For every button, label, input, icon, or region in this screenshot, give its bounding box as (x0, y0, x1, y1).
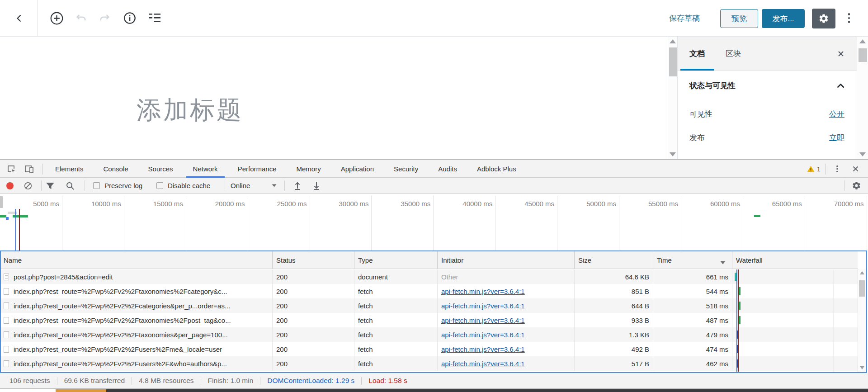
table-rows: post.php?post=2845&action=edit200documen… (0, 269, 858, 371)
clear-button[interactable] (24, 178, 32, 194)
sidebar-tab-区块[interactable]: 区块 (717, 37, 750, 71)
add-block-button[interactable] (47, 8, 66, 28)
cell-name[interactable]: index.php?rest_route=%2Fwp%2Fv2%2Fusers%… (0, 342, 272, 356)
overview-gridline (805, 196, 805, 250)
scroll-down-icon[interactable] (859, 152, 866, 156)
table-scrollbar[interactable] (858, 269, 866, 372)
network-overview[interactable]: 5000 ms10000 ms15000 ms20000 ms25000 ms3… (0, 194, 868, 250)
devtools-tab-adblock-plus[interactable]: Adblock Plus (467, 160, 526, 178)
request-row[interactable]: post.php?post=2845&action=edit200documen… (0, 269, 858, 284)
request-row[interactable]: index.php?rest_route=%2Fwp%2Fv2%2Ftaxono… (0, 284, 858, 298)
cell-initiator[interactable]: api-fetch.min.js?ver=3.6.4:1 (437, 284, 574, 298)
overview-left-handle[interactable] (0, 196, 3, 208)
column-header-initiator[interactable]: Initiator (437, 251, 574, 269)
record-button[interactable] (6, 178, 14, 194)
request-row[interactable]: index.php?rest_route=%2Fwp%2Fv2%2Ftaxono… (0, 313, 858, 327)
request-row[interactable]: index.php?rest_route=%2Fwp%2Fv2%2Fcatego… (0, 298, 858, 313)
devtools-menu-button[interactable] (832, 160, 843, 178)
request-row[interactable]: index.php?rest_route=%2Fwp%2Fv2%2Ftaxono… (0, 327, 858, 342)
overview-tick-label: 70000 ms (834, 200, 864, 208)
sidebar-setting-row: 可见性公开 (678, 102, 857, 126)
sidebar-close-button[interactable] (834, 47, 848, 61)
bottom-strip-dark (106, 389, 868, 392)
column-header-time[interactable]: Time (653, 251, 732, 269)
cell-name[interactable]: index.php?rest_route=%2Fwp%2Fv2%2Ftaxono… (0, 313, 272, 327)
panel-status-visibility[interactable]: 状态与可见性 (678, 73, 857, 98)
setting-value-link[interactable]: 公开 (829, 109, 844, 119)
sidebar-scrollbar[interactable] (857, 37, 868, 159)
column-header-status[interactable]: Status (272, 251, 354, 269)
column-header-name[interactable]: Name (0, 251, 272, 269)
plus-circle-icon (50, 11, 64, 25)
checkbox-icon (156, 182, 163, 189)
column-header-size[interactable]: Size (574, 251, 653, 269)
filter-button[interactable] (45, 178, 55, 194)
cell-name[interactable]: index.php?rest_route=%2Fwp%2Fv2%2Ftaxono… (0, 327, 272, 342)
sidebar-scrollbar-thumb[interactable] (859, 48, 867, 62)
cell-initiator[interactable]: api-fetch.min.js?ver=3.6.4:1 (437, 342, 574, 356)
cell-name[interactable]: index.php?rest_route=%2Fwp%2Fv2%2Fcatego… (0, 298, 272, 313)
save-draft-button[interactable]: 保存草稿 (669, 0, 700, 36)
overview-tick-label: 65000 ms (772, 200, 802, 208)
console-warning-badge[interactable]: 1 (807, 160, 821, 178)
cell-initiator[interactable]: api-fetch.min.js?ver=3.6.4:1 (437, 298, 574, 313)
cell-name[interactable]: index.php?rest_route=%2Fwp%2Fv2%2Fusers%… (0, 356, 272, 371)
device-toolbar-button[interactable] (22, 160, 37, 178)
column-header-waterfall[interactable]: Waterfall (732, 251, 858, 269)
setting-value-link[interactable]: 立即 (829, 132, 844, 143)
back-button[interactable] (8, 0, 30, 36)
disable-cache-checkbox[interactable]: Disable cache (156, 178, 210, 194)
search-button[interactable] (66, 178, 75, 194)
kebab-icon (836, 165, 838, 173)
overview-tick-label: 50000 ms (586, 200, 616, 208)
cell-initiator[interactable]: api-fetch.min.js?ver=3.6.4:1 (437, 313, 574, 327)
redo-button[interactable] (94, 8, 114, 28)
table-scrollbar-thumb[interactable] (859, 280, 865, 297)
devtools-tab-memory[interactable]: Memory (287, 160, 331, 178)
export-har-button[interactable] (312, 178, 321, 194)
list-view-button[interactable] (145, 8, 165, 28)
devtools-tab-console[interactable]: Console (94, 160, 138, 178)
editor-scrollbar-thumb[interactable] (669, 47, 677, 76)
settings-gear-button[interactable] (812, 9, 835, 28)
undo-button[interactable] (71, 8, 91, 28)
request-row[interactable]: index.php?rest_route=%2Fwp%2Fv2%2Fusers%… (0, 342, 858, 356)
devtools-tab-elements[interactable]: Elements (45, 160, 94, 178)
cell-name[interactable]: post.php?post=2845&action=edit (0, 269, 272, 284)
import-har-button[interactable] (293, 178, 302, 194)
sidebar-tab-文档[interactable]: 文档 (680, 37, 714, 71)
scroll-down-icon[interactable] (670, 152, 676, 156)
scroll-up-icon[interactable] (859, 39, 866, 43)
preview-button[interactable]: 预览 (720, 9, 758, 28)
throttling-select[interactable]: Online (231, 178, 277, 194)
overview-tick-label: 10000 ms (91, 200, 121, 208)
inspect-element-button[interactable] (4, 160, 19, 178)
cell-name[interactable]: index.php?rest_route=%2Fwp%2Fv2%2Ftaxono… (0, 284, 272, 298)
chevron-left-icon (14, 14, 24, 23)
preserve-log-checkbox[interactable]: Preserve log (93, 178, 142, 194)
devtools-tab-application[interactable]: Application (331, 160, 384, 178)
cell-initiator[interactable]: api-fetch.min.js?ver=3.6.4:1 (437, 356, 574, 371)
devtools-tab-security[interactable]: Security (384, 160, 428, 178)
info-button[interactable] (120, 8, 140, 28)
cell-time: 479 ms (653, 327, 732, 342)
publish-button[interactable]: 发布... (762, 9, 805, 28)
cell-initiator[interactable]: api-fetch.min.js?ver=3.6.4:1 (437, 327, 574, 342)
scroll-up-icon[interactable] (670, 39, 676, 43)
cell-time: 661 ms (653, 269, 732, 284)
editor-canvas[interactable]: 添加标题 (0, 37, 668, 159)
post-title-placeholder[interactable]: 添加标题 (137, 94, 243, 127)
devtools-tab-network[interactable]: Network (183, 160, 228, 178)
request-row[interactable]: index.php?rest_route=%2Fwp%2Fv2%2Fusers%… (0, 356, 858, 371)
devtools-settings-button[interactable] (852, 178, 861, 194)
statusbar-item: 4.8 MB resources (139, 377, 193, 385)
devtools-close-button[interactable] (850, 160, 861, 178)
devtools-tab-sources[interactable]: Sources (138, 160, 183, 178)
column-header-type[interactable]: Type (354, 251, 437, 269)
more-menu-button[interactable] (842, 8, 856, 28)
devtools-tab-performance[interactable]: Performance (228, 160, 287, 178)
table-header: NameStatusTypeInitiatorSizeTimeWaterfall (0, 251, 858, 269)
devtools-tab-audits[interactable]: Audits (428, 160, 467, 178)
editor-scrollbar[interactable] (668, 37, 677, 159)
overview-tick-label: 5000 ms (33, 200, 59, 208)
